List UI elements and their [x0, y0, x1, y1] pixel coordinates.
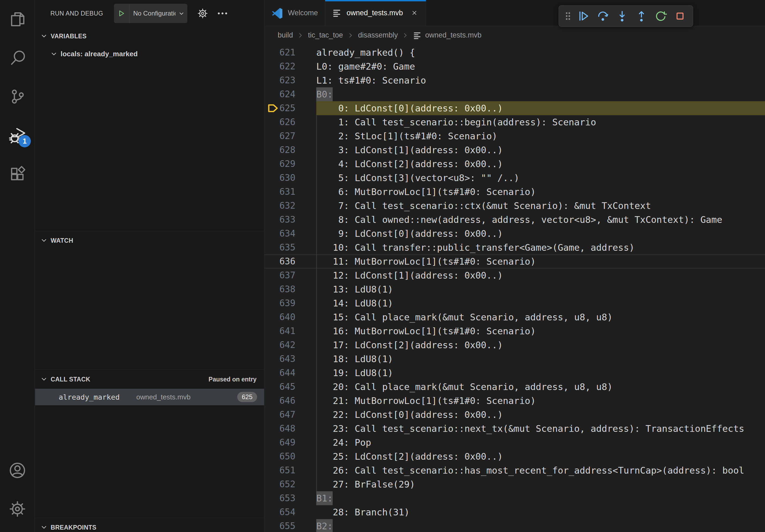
line-content[interactable]: B2:: [316, 519, 765, 532]
code-line-629[interactable]: 629 4: LdConst[2](address: 0x00..): [264, 157, 765, 171]
line-content[interactable]: 1: Call test_scenario::begin(address): S…: [316, 115, 765, 129]
gutter[interactable]: 629: [264, 157, 316, 171]
code-line-655[interactable]: 655B2:: [264, 519, 765, 532]
code-line-625[interactable]: 625 0: LdConst[0](address: 0x00..): [264, 101, 765, 115]
code-line-636[interactable]: 636 11: MutBorrowLoc[1](ts#1#0: Scenario…: [264, 254, 765, 268]
tab-welcome[interactable]: Welcome: [264, 0, 325, 26]
gutter[interactable]: 636: [264, 254, 316, 268]
code-line-648[interactable]: 648 23: Call test_scenario::next_tx(&mut…: [264, 421, 765, 435]
gutter[interactable]: 625: [264, 101, 316, 115]
code-line-650[interactable]: 650 25: LdConst[2](address: 0x00..): [264, 449, 765, 463]
code-line-637[interactable]: 637 12: LdConst[1](address: 0x00..): [264, 268, 765, 282]
line-content[interactable]: 25: LdConst[2](address: 0x00..): [316, 449, 765, 463]
line-content[interactable]: B0:: [316, 87, 765, 101]
sidebar-item-run-and-debug[interactable]: 1: [0, 116, 35, 154]
accounts-button[interactable]: [0, 451, 35, 490]
gutter[interactable]: 651: [264, 463, 316, 477]
variables-scope-locals[interactable]: locals: already_marked: [35, 46, 264, 62]
code-line-632[interactable]: 632 7: Call test_scenario::ctx(&mut Scen…: [264, 199, 765, 213]
code-line-626[interactable]: 626 1: Call test_scenario::begin(address…: [264, 115, 765, 129]
line-content[interactable]: 22: LdConst[0](address: 0x00..): [316, 408, 765, 421]
gutter[interactable]: 655: [264, 519, 316, 532]
line-content[interactable]: 8: Call owned::new(address, address, vec…: [316, 213, 765, 227]
line-content[interactable]: 12: LdConst[1](address: 0x00..): [316, 268, 765, 282]
breadcrumb-item[interactable]: owned_tests.mvb: [425, 31, 481, 39]
code-line-638[interactable]: 638 13: LdU8(1): [264, 282, 765, 296]
line-content[interactable]: 7: Call test_scenario::ctx(&mut Scenario…: [316, 199, 765, 213]
variables-section-header[interactable]: VARIABLES: [35, 27, 264, 46]
sidebar-item-extensions[interactable]: [0, 154, 35, 193]
line-content[interactable]: 17: LdConst[2](address: 0x00..): [316, 338, 765, 352]
code-line-631[interactable]: 631 6: MutBorrowLoc[1](ts#1#0: Scenario): [264, 185, 765, 199]
breadcrumb-item[interactable]: build: [278, 31, 293, 39]
code-line-623[interactable]: 623L1: ts#1#0: Scenario: [264, 73, 765, 87]
line-content[interactable]: 11: MutBorrowLoc[1](ts#1#0: Scenario): [316, 254, 765, 268]
gutter[interactable]: 647: [264, 408, 316, 421]
line-content[interactable]: 16: MutBorrowLoc[1](ts#1#0: Scenario): [316, 324, 765, 338]
code-line-644[interactable]: 644 19: LdU8(1): [264, 366, 765, 380]
line-content[interactable]: already_marked() {: [316, 46, 765, 60]
gutter[interactable]: 639: [264, 296, 316, 310]
code-line-630[interactable]: 630 5: LdConst[3](vector<u8>: "" /..): [264, 171, 765, 185]
stop-button[interactable]: [670, 6, 690, 26]
line-content[interactable]: 3: LdConst[1](address: 0x00..): [316, 143, 765, 157]
code-line-624[interactable]: 624B0:: [264, 87, 765, 101]
gutter[interactable]: 650: [264, 449, 316, 463]
sidebar-item-explorer[interactable]: [0, 0, 35, 39]
watch-section-header[interactable]: WATCH: [35, 231, 264, 250]
more-actions-button[interactable]: [216, 7, 229, 20]
code-line-652[interactable]: 652 27: BrFalse(29): [264, 477, 765, 491]
line-content[interactable]: 24: Pop: [316, 435, 765, 449]
code-editor[interactable]: 621already_marked() {622L0: game#2#0: Ga…: [264, 45, 765, 532]
line-content[interactable]: 15: Call place_mark(&mut Scenario, addre…: [316, 310, 765, 324]
code-line-642[interactable]: 642 17: LdConst[2](address: 0x00..): [264, 338, 765, 352]
code-line-649[interactable]: 649 24: Pop: [264, 435, 765, 449]
code-line-633[interactable]: 633 8: Call owned::new(address, address,…: [264, 213, 765, 227]
line-content[interactable]: 19: LdU8(1): [316, 366, 765, 380]
line-content[interactable]: 26: Call test_scenario::has_most_recent_…: [316, 463, 765, 477]
gutter[interactable]: 627: [264, 129, 316, 143]
line-content[interactable]: 5: LdConst[3](vector<u8>: "" /..): [316, 171, 765, 185]
line-content[interactable]: L1: ts#1#0: Scenario: [316, 73, 765, 87]
line-content[interactable]: 6: MutBorrowLoc[1](ts#1#0: Scenario): [316, 185, 765, 199]
debug-settings-gear-button[interactable]: [197, 7, 209, 20]
gutter[interactable]: 623: [264, 73, 316, 87]
gutter[interactable]: 630: [264, 171, 316, 185]
gutter[interactable]: 628: [264, 143, 316, 157]
gutter[interactable]: 646: [264, 394, 316, 408]
gutter[interactable]: 634: [264, 227, 316, 241]
line-content[interactable]: 4: LdConst[2](address: 0x00..): [316, 157, 765, 171]
code-line-647[interactable]: 647 22: LdConst[0](address: 0x00..): [264, 408, 765, 421]
line-content[interactable]: 2: StLoc[1](ts#1#0: Scenario): [316, 129, 765, 143]
gutter[interactable]: 640: [264, 310, 316, 324]
gutter[interactable]: 631: [264, 185, 316, 199]
breadcrumb-item[interactable]: disassembly: [358, 31, 398, 39]
line-content[interactable]: 14: LdU8(1): [316, 296, 765, 310]
line-content[interactable]: B1:: [316, 491, 765, 505]
line-content[interactable]: 18: LdU8(1): [316, 352, 765, 366]
code-line-622[interactable]: 622L0: game#2#0: Game: [264, 60, 765, 73]
gutter[interactable]: 638: [264, 282, 316, 296]
gutter[interactable]: 645: [264, 380, 316, 394]
gutter[interactable]: 624: [264, 87, 316, 101]
gutter[interactable]: 635: [264, 241, 316, 254]
gutter[interactable]: 652: [264, 477, 316, 491]
line-content[interactable]: 20: Call place_mark(&mut Scenario, addre…: [316, 380, 765, 394]
gutter[interactable]: 649: [264, 435, 316, 449]
line-content[interactable]: 28: Branch(31): [316, 505, 765, 519]
call-stack-section-header[interactable]: CALL STACK Paused on entry: [35, 370, 264, 389]
code-line-628[interactable]: 628 3: LdConst[1](address: 0x00..): [264, 143, 765, 157]
gutter[interactable]: 626: [264, 115, 316, 129]
close-icon[interactable]: [410, 8, 419, 17]
code-line-634[interactable]: 634 9: LdConst[0](address: 0x00..): [264, 227, 765, 241]
gutter[interactable]: 622: [264, 60, 316, 73]
code-line-639[interactable]: 639 14: LdU8(1): [264, 296, 765, 310]
line-content[interactable]: 10: Call transfer::public_transfer<Game>…: [316, 241, 765, 254]
code-line-640[interactable]: 640 15: Call place_mark(&mut Scenario, a…: [264, 310, 765, 324]
line-content[interactable]: L0: game#2#0: Game: [316, 60, 765, 73]
gutter[interactable]: 644: [264, 366, 316, 380]
code-line-621[interactable]: 621already_marked() {: [264, 46, 765, 60]
breadcrumb-item[interactable]: tic_tac_toe: [308, 31, 343, 39]
code-line-651[interactable]: 651 26: Call test_scenario::has_most_rec…: [264, 463, 765, 477]
line-content[interactable]: 9: LdConst[0](address: 0x00..): [316, 227, 765, 241]
